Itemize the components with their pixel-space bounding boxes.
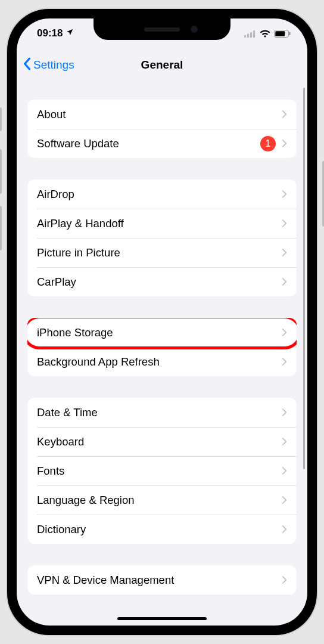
mute-switch xyxy=(0,107,2,131)
volume-up-button xyxy=(0,149,2,194)
settings-group: AboutSoftware Update1 xyxy=(27,100,297,158)
row-label: Background App Refresh xyxy=(37,355,282,369)
chevron-right-icon xyxy=(282,466,287,475)
chevron-right-icon xyxy=(282,437,287,446)
back-button[interactable]: Settings xyxy=(23,57,74,73)
row-label: Software Update xyxy=(37,137,260,150)
speaker-grille xyxy=(144,27,180,32)
row-label: Date & Time xyxy=(37,406,282,419)
settings-row-date-time[interactable]: Date & Time xyxy=(27,398,297,427)
row-label: Language & Region xyxy=(37,494,282,507)
svg-rect-2 xyxy=(250,32,252,38)
row-label: AirDrop xyxy=(37,188,282,201)
chevron-right-icon xyxy=(282,408,287,417)
settings-group: VPN & Device Management xyxy=(27,565,297,595)
settings-group: Date & TimeKeyboardFontsLanguage & Regio… xyxy=(27,398,297,544)
svg-rect-0 xyxy=(244,35,246,38)
screen: 09:18 xyxy=(17,18,307,626)
chevron-left-icon xyxy=(23,57,31,73)
svg-rect-6 xyxy=(289,32,291,35)
settings-row-about[interactable]: About xyxy=(27,100,297,129)
chevron-right-icon xyxy=(282,357,287,366)
scroll-indicator[interactable] xyxy=(303,88,305,469)
settings-row-vpn-device-management[interactable]: VPN & Device Management xyxy=(27,565,297,595)
wifi-icon xyxy=(260,30,270,38)
svg-rect-3 xyxy=(253,30,255,38)
row-label: iPhone Storage xyxy=(37,326,282,339)
settings-row-airplay-handoff[interactable]: AirPlay & Handoff xyxy=(27,209,297,238)
settings-row-software-update[interactable]: Software Update1 xyxy=(27,129,297,158)
settings-row-keyboard[interactable]: Keyboard xyxy=(27,427,297,456)
chevron-right-icon xyxy=(282,139,287,148)
row-label: About xyxy=(37,108,282,121)
page-title: General xyxy=(141,58,183,72)
settings-row-dictionary[interactable]: Dictionary xyxy=(27,515,297,544)
row-label: Keyboard xyxy=(37,435,282,448)
chevron-right-icon xyxy=(282,219,287,228)
settings-row-background-app-refresh[interactable]: Background App Refresh xyxy=(27,347,297,376)
settings-row-carplay[interactable]: CarPlay xyxy=(27,267,297,296)
navigation-bar: Settings General xyxy=(17,48,307,82)
volume-down-button xyxy=(0,206,2,250)
back-label: Settings xyxy=(33,58,74,72)
chevron-right-icon xyxy=(282,190,287,199)
settings-group: iPhone StorageBackground App Refresh xyxy=(27,318,297,376)
chevron-right-icon xyxy=(282,496,287,504)
settings-row-iphone-storage[interactable]: iPhone Storage xyxy=(27,318,297,347)
settings-row-fonts[interactable]: Fonts xyxy=(27,456,297,485)
chevron-right-icon xyxy=(282,575,287,584)
chevron-right-icon xyxy=(282,525,287,534)
status-time: 09:18 xyxy=(37,27,63,39)
location-icon xyxy=(66,27,74,39)
front-camera xyxy=(191,26,198,33)
settings-row-airdrop[interactable]: AirDrop xyxy=(27,179,297,209)
phone-frame: 09:18 xyxy=(0,0,324,644)
row-label: VPN & Device Management xyxy=(37,574,282,587)
row-label: Picture in Picture xyxy=(37,246,282,259)
row-label: Dictionary xyxy=(37,523,282,536)
row-label: CarPlay xyxy=(37,275,282,289)
chevron-right-icon xyxy=(282,110,287,119)
settings-content[interactable]: AboutSoftware Update1AirDropAirPlay & Ha… xyxy=(17,82,307,626)
chevron-right-icon xyxy=(282,248,287,257)
home-indicator[interactable] xyxy=(117,617,207,620)
row-label: Fonts xyxy=(37,465,282,478)
settings-group: AirDropAirPlay & HandoffPicture in Pictu… xyxy=(27,179,297,296)
notification-badge: 1 xyxy=(260,136,276,151)
chevron-right-icon xyxy=(282,277,287,286)
svg-rect-5 xyxy=(275,31,285,36)
phone-bezel: 09:18 xyxy=(7,9,317,635)
row-label: AirPlay & Handoff xyxy=(37,217,282,230)
chevron-right-icon xyxy=(282,328,287,337)
settings-row-language-region[interactable]: Language & Region xyxy=(27,485,297,515)
battery-icon xyxy=(274,30,291,38)
settings-row-picture-in-picture[interactable]: Picture in Picture xyxy=(27,238,297,267)
notch xyxy=(94,18,230,40)
cellular-signal-icon xyxy=(244,30,256,38)
svg-rect-1 xyxy=(247,33,249,38)
